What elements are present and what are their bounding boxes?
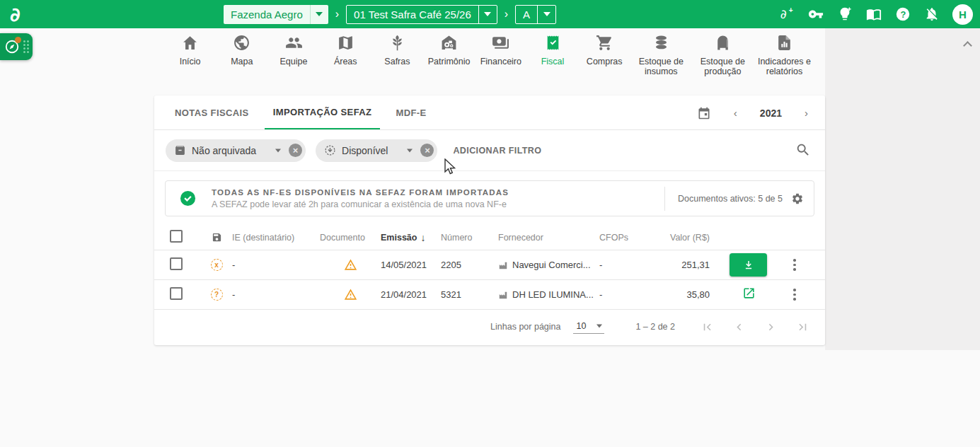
silo-icon	[714, 34, 732, 52]
app-header: ∂ Fazenda Aegro › 01 Test Safra Café 25/…	[0, 0, 980, 28]
select-caret-icon	[596, 325, 602, 328]
column-emissao-sort[interactable]: Emissão ↓	[381, 232, 441, 243]
row-checkbox[interactable]	[170, 257, 183, 270]
help-icon[interactable]: ?	[894, 6, 911, 23]
nav-item-financeiro[interactable]: Financeiro	[475, 34, 526, 67]
manifest-status-icon	[212, 232, 222, 243]
nav-item-indicadores[interactable]: Indicadores e relatórios	[754, 34, 815, 77]
home-icon	[181, 34, 199, 52]
column-valor: Valor (R$)	[667, 233, 710, 243]
key-icon[interactable]	[807, 6, 824, 23]
nav-item-areas[interactable]: Áreas	[320, 34, 371, 67]
column-cfops: CFOPs	[599, 233, 667, 243]
column-fornecedor: Fornecedor	[498, 233, 599, 243]
tab-importacao-sefaz[interactable]: IMPORTAÇÃO SEFAZ	[265, 95, 381, 129]
nav-item-estoque-insumos[interactable]: Estoque de insumos	[630, 34, 692, 77]
season-selector-caret[interactable]	[478, 6, 497, 23]
nav-item-safras[interactable]: Safras	[371, 34, 423, 67]
search-button[interactable]	[795, 142, 812, 159]
notifications-off-icon[interactable]	[923, 6, 940, 23]
prev-page-button[interactable]	[732, 320, 746, 334]
cart-icon	[596, 34, 613, 52]
rows-per-page-select[interactable]: 10	[573, 320, 604, 334]
nav-item-compras[interactable]: Compras	[579, 34, 630, 67]
rows-per-page-label: Linhas por página	[490, 322, 560, 332]
column-documento: Documento	[320, 233, 381, 243]
sefaz-status-banner: TODAS AS NF-ES DISPONÍVEIS NA SEFAZ FORA…	[165, 180, 814, 216]
cell-cfops: -	[599, 289, 667, 300]
cell-fornecedor: DH LED ILUMINA...	[498, 289, 599, 300]
row-menu-button[interactable]	[788, 256, 802, 274]
banner-title: TODAS AS NF-ES DISPONÍVEIS NA SEFAZ FORA…	[212, 188, 664, 197]
warning-icon	[344, 288, 357, 301]
filter-bar: Não arquivada × Disponível × ADICIONAR F…	[154, 130, 825, 171]
column-numero: Número	[441, 233, 498, 243]
nav-item-equipe[interactable]: Equipe	[267, 34, 319, 67]
year-navigator: ‹ 2021 ›	[697, 95, 812, 130]
factory-icon	[498, 260, 508, 270]
import-download-button[interactable]	[730, 253, 767, 277]
add-filter-button[interactable]: ADICIONAR FILTRO	[453, 146, 541, 156]
manifest-unknown-icon: ?	[211, 289, 223, 301]
cell-cfops: -	[599, 260, 667, 270]
row-checkbox[interactable]	[170, 287, 183, 300]
invite-user-icon[interactable]: ∂+	[778, 6, 795, 23]
page-right-gutter	[825, 28, 980, 350]
nav-item-inicio[interactable]: Início	[164, 34, 216, 67]
season-selector[interactable]: 01 Test Safra Café 25/26	[346, 5, 497, 24]
tab-mdf-e[interactable]: MDF-E	[387, 95, 434, 129]
first-page-button[interactable]	[701, 320, 714, 334]
row-menu-button[interactable]	[788, 286, 802, 304]
open-in-new-icon	[742, 286, 756, 300]
plot-selector[interactable]: A	[515, 5, 556, 24]
page-range-label: 1 – 2 de 2	[635, 322, 675, 332]
cell-valor: 35,80	[667, 289, 710, 300]
calendar-icon[interactable]	[697, 106, 711, 120]
nav-item-patrimonio[interactable]: Patrimônio	[423, 34, 475, 67]
compass-icon	[4, 39, 20, 54]
year-label: 2021	[760, 108, 782, 119]
remove-filter-archive-button[interactable]: ×	[289, 144, 302, 157]
drag-handle-icon[interactable]	[23, 40, 29, 53]
next-page-button[interactable]	[764, 320, 778, 334]
select-all-checkbox[interactable]	[170, 230, 183, 243]
nav-item-fiscal[interactable]: Fiscal	[526, 34, 578, 67]
farm-selector[interactable]: Fazenda Aegro	[224, 5, 328, 24]
plot-selector-caret[interactable]	[537, 6, 555, 23]
warning-icon	[344, 258, 357, 272]
aegro-logo-icon[interactable]: ∂	[10, 5, 21, 24]
filter-chip-archive[interactable]: Não arquivada ×	[166, 139, 306, 162]
cell-ie: -	[232, 260, 320, 270]
remove-filter-availability-button[interactable]: ×	[420, 144, 434, 157]
farm-selector-caret[interactable]	[310, 5, 328, 24]
table-header: IE (destinatário) Documento Emissão ↓ Nú…	[154, 225, 825, 250]
last-page-button[interactable]	[796, 320, 809, 334]
filter-chip-availability[interactable]: Disponível ×	[316, 139, 437, 162]
notification-badge	[15, 37, 21, 43]
season-selector-label: 01 Test Safra Café 25/26	[347, 8, 478, 21]
people-icon	[285, 34, 303, 52]
cell-fornecedor: Navegui Comerci...	[498, 260, 599, 270]
knowledge-book-icon[interactable]	[865, 6, 882, 23]
breadcrumb-chevron-icon: ›	[505, 8, 508, 21]
tab-notas-fiscais[interactable]: NOTAS FISCAIS	[166, 95, 258, 129]
table-row: x - 14/05/2021 2205 Navegui Comerci... -…	[154, 250, 825, 280]
nav-item-mapa[interactable]: Mapa	[216, 34, 267, 67]
cell-numero: 2205	[441, 260, 498, 270]
nav-item-estoque-producao[interactable]: Estoque de produção	[692, 34, 754, 77]
gear-icon[interactable]	[791, 192, 804, 205]
cell-numero: 5321	[441, 289, 498, 300]
year-prev-button[interactable]: ‹	[730, 107, 742, 119]
svg-text:?: ?	[901, 9, 906, 20]
context-selectors: Fazenda Aegro › 01 Test Safra Café 25/26…	[224, 0, 556, 28]
user-avatar[interactable]: H	[952, 4, 973, 25]
banner-subtitle: A SEFAZ pode levar até 2h para comunicar…	[212, 199, 664, 209]
chip-caret-icon	[275, 149, 281, 152]
tips-lightbulb-icon[interactable]	[836, 6, 853, 23]
breadcrumb-chevron-icon: ›	[335, 8, 339, 21]
floating-extension-widget[interactable]	[0, 33, 33, 60]
receipt-check-icon	[544, 34, 562, 52]
year-next-button[interactable]: ›	[800, 107, 812, 119]
open-document-button[interactable]	[742, 286, 756, 301]
topbar-icons: ∂+ ? H	[778, 0, 973, 28]
